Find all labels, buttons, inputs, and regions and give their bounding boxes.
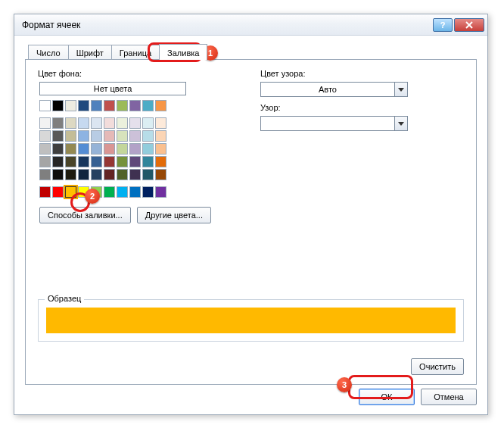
pattern-style-combo[interactable] [260, 116, 408, 131]
color-swatch[interactable] [65, 169, 76, 180]
color-swatch[interactable] [52, 143, 64, 155]
cancel-button[interactable]: Отмена [421, 389, 477, 405]
label-pattern-color: Цвет узора: [260, 69, 450, 78]
pattern-section: Цвет узора: Авто Узор: [260, 69, 450, 137]
color-swatch[interactable] [65, 130, 76, 142]
color-swatch[interactable] [78, 100, 89, 111]
color-swatch[interactable] [142, 186, 154, 198]
color-swatch[interactable] [142, 169, 154, 180]
color-swatch[interactable] [104, 100, 115, 111]
color-swatch[interactable] [104, 130, 115, 142]
color-swatch[interactable] [91, 169, 102, 180]
color-swatch[interactable] [78, 186, 89, 198]
color-swatch[interactable] [39, 186, 51, 198]
color-swatch[interactable] [78, 130, 89, 142]
no-color-button[interactable]: Нет цвета [39, 82, 186, 95]
color-swatch[interactable] [91, 130, 102, 142]
svg-marker-2 [398, 88, 404, 92]
color-swatch[interactable] [65, 100, 76, 111]
color-swatch[interactable] [155, 186, 166, 198]
chevron-down-icon [394, 117, 407, 130]
close-icon [465, 21, 473, 29]
color-swatch[interactable] [39, 117, 51, 129]
tab-border[interactable]: Граница [111, 45, 160, 60]
color-swatch[interactable] [129, 117, 141, 129]
tab-fill[interactable]: Заливка [159, 44, 207, 60]
color-swatch[interactable] [142, 143, 154, 155]
tab-number[interactable]: Число [28, 45, 69, 60]
tab-strip: Число Шрифт Граница Заливка [28, 42, 477, 60]
color-swatch[interactable] [117, 169, 128, 180]
dialog-window: Формат ячеек ? Число Шрифт Граница Залив… [14, 14, 488, 415]
color-swatch[interactable] [117, 186, 128, 198]
color-swatch[interactable] [91, 156, 102, 167]
color-swatch[interactable] [129, 100, 141, 111]
color-swatch[interactable] [91, 186, 102, 198]
color-swatch[interactable] [104, 186, 115, 198]
color-swatch[interactable] [39, 156, 51, 167]
color-swatch[interactable] [155, 156, 166, 167]
color-swatch[interactable] [117, 143, 128, 155]
dialog-footer: ОК Отмена [359, 389, 477, 405]
color-swatch[interactable] [91, 117, 102, 129]
color-swatch[interactable] [129, 186, 141, 198]
more-colors-button[interactable]: Другие цвета... [137, 207, 211, 223]
color-swatch[interactable] [52, 186, 64, 198]
color-swatch[interactable] [65, 156, 76, 167]
color-swatch[interactable] [52, 156, 64, 167]
svg-marker-3 [398, 122, 404, 126]
tab-font[interactable]: Шрифт [68, 45, 112, 60]
fill-effects-button[interactable]: Способы заливки... [39, 207, 131, 223]
color-swatch[interactable] [104, 143, 115, 155]
color-swatch[interactable] [78, 169, 89, 180]
color-swatch[interactable] [78, 117, 89, 129]
color-swatch[interactable] [117, 156, 128, 167]
color-swatch[interactable] [129, 156, 141, 167]
color-swatch[interactable] [52, 117, 64, 129]
color-swatch[interactable] [52, 130, 64, 142]
window-title: Формат ячеек [22, 20, 431, 30]
color-swatch[interactable] [117, 130, 128, 142]
color-swatch[interactable] [91, 143, 102, 155]
color-swatch[interactable] [142, 130, 154, 142]
color-swatch[interactable] [91, 100, 102, 111]
color-swatch[interactable] [155, 117, 166, 129]
color-swatch[interactable] [129, 169, 141, 180]
color-swatch[interactable] [65, 143, 76, 155]
color-swatch[interactable] [78, 156, 89, 167]
color-swatch[interactable] [104, 117, 115, 129]
color-swatch[interactable] [65, 186, 76, 198]
color-swatch[interactable] [104, 169, 115, 180]
color-swatch[interactable] [39, 100, 51, 111]
sample-fieldset: Образец [38, 299, 464, 342]
color-swatch[interactable] [129, 143, 141, 155]
color-swatch[interactable] [39, 143, 51, 155]
color-swatch[interactable] [155, 143, 166, 155]
color-swatch[interactable] [155, 130, 166, 142]
color-swatch[interactable] [142, 156, 154, 167]
label-sample: Образец [45, 294, 84, 303]
clear-button[interactable]: Очистить [411, 358, 464, 375]
color-swatch[interactable] [129, 130, 141, 142]
color-swatch[interactable] [142, 100, 154, 111]
color-swatch[interactable] [155, 169, 166, 180]
color-swatch[interactable] [39, 130, 51, 142]
color-swatch[interactable] [117, 117, 128, 129]
pattern-color-combo[interactable]: Авто [260, 82, 408, 97]
color-swatch[interactable] [39, 169, 51, 180]
close-button[interactable] [454, 18, 484, 32]
color-swatch[interactable] [104, 156, 115, 167]
color-swatch[interactable] [65, 117, 76, 129]
color-swatch[interactable] [78, 143, 89, 155]
color-swatch[interactable] [142, 117, 154, 129]
color-swatch[interactable] [117, 100, 128, 111]
ok-button[interactable]: ОК [359, 389, 415, 405]
color-swatch[interactable] [52, 169, 64, 180]
label-bg-color: Цвет фона: [38, 69, 82, 78]
label-pattern-style: Узор: [260, 103, 450, 112]
title-bar: Формат ячеек ? [14, 14, 487, 36]
help-button[interactable]: ? [433, 18, 453, 32]
dialog-body: Число Шрифт Граница Заливка Цвет фона: Н… [14, 36, 487, 414]
color-swatch[interactable] [52, 100, 64, 111]
color-swatch[interactable] [155, 100, 166, 111]
